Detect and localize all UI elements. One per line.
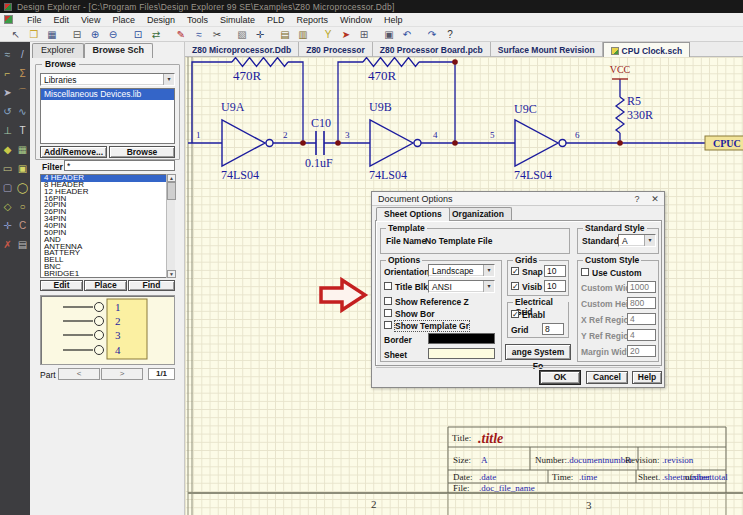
bus-tool-icon[interactable]: ⌐ [5,67,11,81]
part-prev-button[interactable]: < [58,368,100,380]
help-button[interactable]: Help [632,371,662,384]
edit-button[interactable]: Edit [40,280,83,291]
component-list-item[interactable]: BRIDGE1 [41,271,174,278]
power-port-tool-icon[interactable]: ⊥ [3,124,12,138]
visible-grid-checkbox[interactable]: ✓ [511,282,519,290]
resistor-value[interactable]: 470R [368,68,397,83]
ok-button[interactable]: OK [540,371,580,384]
junction-tool-icon[interactable]: ◆ [4,143,12,157]
library-icon[interactable]: ▤ [277,28,293,41]
cursor-tool-icon[interactable]: ➤ [3,86,11,100]
run-icon[interactable]: ➤ [338,28,354,41]
chevron-down-icon[interactable]: ▾ [483,265,494,276]
show-reference-checkbox[interactable] [384,297,392,305]
chevron-down-icon[interactable]: ▾ [644,235,655,246]
menu-item[interactable]: Edit [48,13,76,27]
chevron-down-icon[interactable]: ▾ [483,281,494,292]
document-tab[interactable]: Surface Mount Revision [491,42,603,57]
rect-tool-icon[interactable]: ▭ [3,162,12,176]
part-browser-icon[interactable]: ⊞ [356,28,372,41]
move-icon[interactable]: ✛ [252,28,268,41]
snap-grid-checkbox[interactable]: ✓ [511,267,519,275]
r5-ref[interactable]: R5 [627,94,641,108]
filter-input[interactable] [64,160,175,171]
menu-item[interactable]: Help [378,13,409,27]
title-block-checkbox[interactable] [384,282,392,290]
snap-grid-field[interactable]: 10 [544,265,566,277]
sine-tool-icon[interactable]: ∿ [18,105,26,119]
custom-width-field[interactable]: 1000 [627,281,656,293]
resistor-value[interactable]: 470R [233,68,262,83]
circle-tool-icon[interactable]: ○ [19,200,25,214]
menu-item[interactable]: View [75,13,106,27]
show-border-checkbox[interactable] [384,309,392,317]
menu-item[interactable]: File [21,13,48,27]
delete-tool-icon[interactable]: ✗ [3,238,11,252]
electrical-grid-field[interactable]: 8 [542,323,564,335]
chevron-down-icon[interactable]: ▾ [163,74,174,85]
standard-style-dropdown[interactable]: A ▾ [618,234,656,247]
menu-item[interactable]: Simulate [214,13,261,27]
redo-icon[interactable]: ↷ [424,28,440,41]
document-tab[interactable]: CPU Clock.sch [603,42,690,57]
scrollbar-thumb[interactable] [167,182,176,200]
panel-tab[interactable]: Browse Sch [84,43,154,58]
part-next-button[interactable]: > [101,368,143,380]
wiring-tools-icon[interactable]: ≈ [191,28,207,41]
zoom-window-icon[interactable]: ⊡ [130,28,146,41]
menu-item[interactable]: Place [106,13,141,27]
wire-tool-icon[interactable]: ≈ [5,48,11,62]
library-list[interactable]: Miscellaneous Devices.lib [40,88,175,144]
document-tab[interactable]: Z80 Microprocessor.Ddb [185,42,299,57]
gate-part[interactable]: 74LS04 [514,168,552,182]
cpuclk-port[interactable]: CPUC [705,136,743,150]
visible-grid-field[interactable]: 10 [544,280,566,292]
menu-item[interactable]: Tools [181,13,214,27]
library-list-item[interactable]: Miscellaneous Devices.lib [41,89,174,100]
scroll-down-icon[interactable]: ▼ [167,270,176,278]
show-template-checkbox[interactable] [384,321,392,329]
vcc-power-port[interactable]: VCC [610,64,631,79]
polygon-tool-icon[interactable]: ◇ [4,200,12,214]
cancel-button[interactable]: Cancel [586,371,628,384]
array-tool-icon[interactable]: ▤ [18,238,27,252]
help-icon[interactable]: ? [442,28,458,41]
panel-tab[interactable]: Explorer [32,43,84,58]
zoom-in-icon[interactable]: ⊕ [87,28,103,41]
library-browse-button[interactable]: Browse [109,146,175,158]
r5-value[interactable]: 330R [627,108,653,122]
y-ref-region-field[interactable]: 4 [627,329,656,341]
cut-icon[interactable]: ✂ [209,28,225,41]
text-tool-icon[interactable]: T [19,124,25,138]
custom-height-field[interactable]: 800 [627,297,656,309]
filled-rect-tool-icon[interactable]: ▣ [18,162,27,176]
image-tool-icon[interactable]: ▢ [3,181,12,195]
gate-ref[interactable]: U9B [369,100,392,114]
component-list[interactable]: 4 HEADER8 HEADER12 HEADER16PIN20PIN26PIN… [40,174,175,278]
open-book-icon[interactable]: ▥ [295,28,311,41]
pie-tool-icon[interactable]: C [19,219,26,233]
part-tool-icon[interactable]: ▦ [18,143,27,157]
sheet-symbol-icon[interactable]: ▣ [381,28,397,41]
annotate-icon[interactable]: ✎ [173,28,189,41]
print-icon[interactable]: ⊟ [69,28,85,41]
cap-ref[interactable]: C10 [311,116,331,130]
sigma-tool-icon[interactable]: Σ [19,67,25,81]
border-color-swatch[interactable] [428,333,495,344]
ellipse-tool-icon[interactable]: ◯ [17,181,28,195]
change-system-font-button[interactable]: ange System Fo [505,344,571,360]
dialog-help-icon[interactable]: ? [628,194,646,204]
gate-ref[interactable]: U9A [221,100,245,114]
find-button[interactable]: Find [128,280,175,291]
menu-item[interactable]: Window [334,13,378,27]
title-block-dropdown[interactable]: ANSI ▾ [428,280,495,293]
dialog-titlebar[interactable]: Document Options ? ✕ [372,192,664,206]
open-icon[interactable]: ❒ [26,28,42,41]
probe-icon[interactable]: Y [320,28,336,41]
browse-mode-dropdown[interactable]: Libraries ▾ [40,73,175,86]
place-button[interactable]: Place [84,280,127,291]
menu-item[interactable]: Design [141,13,181,27]
inverter-gates[interactable] [222,120,566,166]
tab-organization[interactable]: Organization [444,207,512,221]
sheet-color-swatch[interactable] [428,348,495,359]
